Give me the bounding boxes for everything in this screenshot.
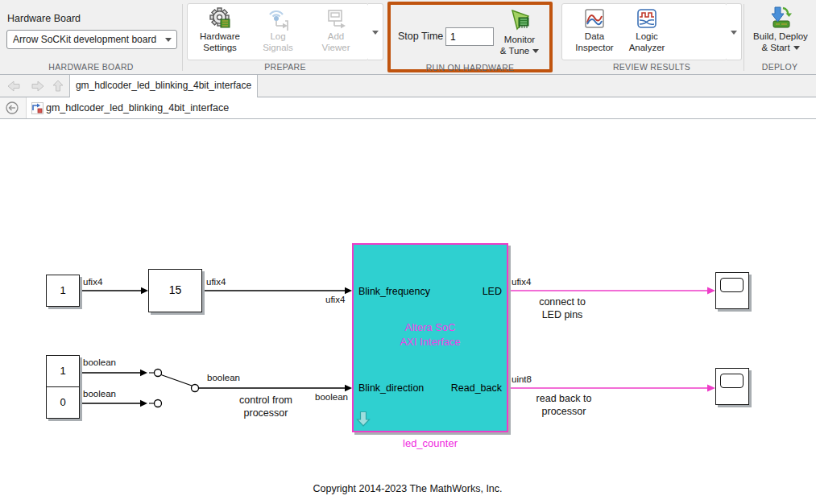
collapse-browser-icon[interactable]	[5, 101, 19, 118]
run-on-hardware-highlight: Stop Time Monitor & Tune RUN ON HARDWARE	[387, 2, 553, 72]
chevron-down-icon	[532, 49, 539, 53]
switch-input-terminal[interactable]	[155, 370, 162, 377]
button-label: Analyzer	[619, 42, 675, 53]
button-label: Add	[308, 31, 364, 42]
hardware-board-label: Hardware Board	[7, 13, 81, 24]
port-led: LED	[483, 286, 502, 297]
forward-icon[interactable]	[29, 79, 45, 93]
signal-label: ufix4	[325, 295, 345, 304]
model-canvas[interactable]: 1 15 1 0 Blink_frequency LED Blink_direc…	[0, 119, 816, 504]
switch-input-terminal[interactable]	[155, 400, 162, 407]
button-label: Logic	[619, 31, 675, 42]
button-label: Log	[250, 31, 306, 42]
log-signals-icon	[250, 3, 306, 31]
subsystem-caption[interactable]: led_counter	[382, 437, 478, 449]
review-dropdown-button[interactable]	[727, 3, 742, 60]
signal-label: ufix4	[83, 277, 102, 287]
button-label: Viewer	[308, 42, 364, 53]
add-viewer-icon	[308, 3, 364, 31]
tab-bar: gm_hdlcoder_led_blinking_4bit_interface	[0, 75, 816, 97]
port-blink-direction: Blink_direction	[358, 382, 424, 394]
copyright-annotation: Copyright 2014-2023 The MathWorks, Inc.	[287, 483, 528, 494]
stop-time-input[interactable]	[445, 27, 494, 46]
breadcrumb-model-name[interactable]: gm_hdlcoder_led_blinking_4bit_interface	[46, 102, 229, 114]
port-blink-frequency: Blink_frequency	[358, 286, 430, 297]
button-label: Data	[566, 31, 623, 42]
wire-arrowhead	[707, 385, 715, 392]
section-prepare: PREPARE	[187, 62, 383, 72]
build-deploy-button[interactable]: Build, Deploy & Start	[749, 3, 812, 53]
wire-arrowhead	[141, 287, 148, 295]
scope-screen	[720, 278, 744, 292]
wire-arrowhead	[140, 370, 147, 377]
data-inspector-button[interactable]: Data Inspector	[566, 3, 623, 53]
back-icon[interactable]	[6, 79, 23, 93]
add-viewer-button: Add Viewer	[308, 3, 364, 53]
button-label: Inspector	[566, 42, 623, 53]
signal-label: ufix4	[512, 277, 531, 287]
constant-block-freq[interactable]: 1	[46, 275, 80, 307]
logic-analyzer-button[interactable]: Logic Analyzer	[619, 3, 675, 53]
hardware-settings-button[interactable]: Hardware Settings	[192, 3, 248, 53]
chevron-down-icon	[372, 31, 379, 35]
signal-label: boolean	[207, 373, 240, 382]
simulink-model-icon	[31, 102, 43, 118]
wire-arrowhead	[345, 287, 352, 295]
divider	[744, 4, 744, 71]
button-label: & Tune	[491, 45, 548, 56]
wire-arrowhead	[345, 385, 352, 392]
monitor-tune-icon	[491, 6, 548, 34]
hardware-board-value: Arrow SoCKit development board	[13, 34, 156, 45]
manual-switch-lever[interactable]	[161, 375, 192, 386]
hardware-board-select[interactable]: Arrow SoCKit development board	[6, 30, 177, 49]
stop-time-label: Stop Time	[398, 31, 443, 42]
signal-label: boolean	[315, 392, 348, 402]
scope-block-led[interactable]	[715, 272, 749, 309]
button-label: Monitor	[491, 34, 548, 45]
scope-screen	[720, 374, 744, 388]
build-deploy-icon	[749, 3, 812, 31]
toolstrip: Hardware Board Arrow SoCKit development …	[0, 0, 816, 75]
signal-label: boolean	[83, 389, 116, 399]
wire-arrowhead	[140, 400, 147, 407]
scope-block-readback[interactable]	[715, 368, 749, 405]
signal-label: uint8	[512, 374, 532, 384]
log-signals-button: Log Signals	[250, 3, 306, 53]
data-inspector-icon	[566, 3, 623, 31]
annotation-readback[interactable]: read back to processor	[524, 393, 604, 418]
button-label: Signals	[250, 42, 306, 53]
wire-arrowhead	[707, 287, 715, 295]
constant-block-one[interactable]: 1	[46, 355, 80, 387]
subsystem-name: Altera SoC AXI Interface	[354, 320, 507, 349]
signal-label: boolean	[83, 357, 116, 367]
chevron-down-icon	[731, 31, 737, 35]
button-label: Build, Deploy	[749, 31, 812, 42]
model-tab[interactable]: gm_hdlcoder_led_blinking_4bit_interface	[69, 75, 258, 97]
section-review-results: REVIEW RESULTS	[561, 62, 742, 72]
axi-subsystem-block[interactable]: Blink_frequency LED Blink_direction Read…	[352, 243, 508, 432]
button-label: & Start	[749, 42, 812, 53]
chevron-down-icon	[165, 38, 172, 42]
simulink-window: Hardware Board Arrow SoCKit development …	[0, 0, 816, 504]
breadcrumb-left-cell	[0, 97, 27, 118]
annotation-control[interactable]: control from processor	[226, 395, 306, 419]
section-run-on-hardware: RUN ON HARDWARE	[391, 63, 549, 72]
constant-block-15[interactable]: 15	[148, 269, 202, 312]
switch-output-terminal[interactable]	[192, 385, 199, 392]
annotation-connect[interactable]: connect to LED pins	[522, 296, 603, 321]
breadcrumb: gm_hdlcoder_led_blinking_4bit_interface	[0, 97, 816, 119]
subsystem-drop-icon[interactable]	[356, 411, 371, 430]
up-icon[interactable]	[50, 79, 66, 93]
logic-analyzer-icon	[619, 3, 675, 31]
signal-label: ufix4	[206, 277, 226, 287]
button-label: Hardware	[192, 31, 248, 42]
gear-chip-icon	[192, 3, 248, 31]
constant-block-zero[interactable]: 0	[46, 386, 80, 419]
section-deploy: DEPLOY	[744, 62, 816, 72]
prepare-dropdown-button[interactable]	[368, 3, 383, 60]
divider	[182, 4, 183, 71]
monitor-tune-button[interactable]: Monitor & Tune	[491, 6, 548, 56]
section-hardware-board: HARDWARE BOARD	[0, 62, 182, 72]
port-read-back: Read_back	[451, 382, 502, 394]
chevron-down-icon	[793, 46, 800, 50]
